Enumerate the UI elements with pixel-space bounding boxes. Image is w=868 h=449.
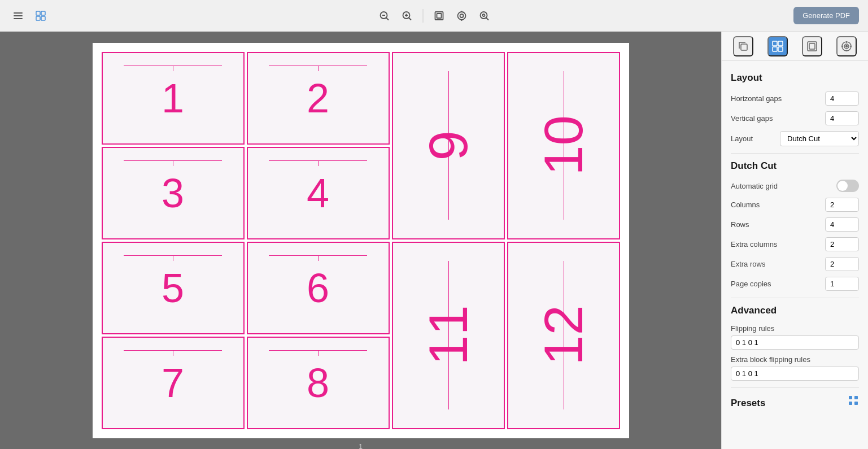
cell-number-10: 10 bbox=[536, 115, 591, 176]
flipping-rules-label: Flipping rules bbox=[731, 324, 859, 333]
svg-rect-23 bbox=[741, 44, 747, 50]
rows-label: Rows bbox=[731, 220, 749, 229]
svg-line-9 bbox=[386, 18, 389, 20]
svg-point-32 bbox=[845, 45, 847, 47]
fit-page-button[interactable] bbox=[430, 7, 448, 25]
svg-rect-2 bbox=[14, 18, 23, 19]
svg-rect-39 bbox=[849, 402, 852, 405]
cell-9: 9 bbox=[392, 52, 505, 239]
toolbar-divider bbox=[422, 9, 423, 23]
svg-rect-0 bbox=[14, 12, 23, 14]
vertical-gaps-input[interactable] bbox=[825, 111, 859, 125]
cell-6: 6 bbox=[247, 242, 390, 334]
page-number: 1 bbox=[359, 443, 363, 450]
cell-line-center-3 bbox=[173, 160, 173, 166]
cell-number-2: 2 bbox=[307, 78, 329, 119]
cell-number-6: 6 bbox=[307, 268, 329, 308]
cell-line-center-8 bbox=[318, 350, 319, 356]
cell-number-4: 4 bbox=[307, 173, 329, 213]
dutch-cut-title: Dutch Cut bbox=[731, 160, 859, 172]
zoom-out-button[interactable] bbox=[375, 7, 393, 25]
main-content: 1 2 9 10 bbox=[0, 32, 868, 449]
cell-line-center-4 bbox=[318, 160, 319, 166]
svg-line-22 bbox=[486, 18, 488, 20]
toolbar-center bbox=[375, 7, 493, 25]
svg-point-20 bbox=[480, 12, 487, 19]
cell-number-1: 1 bbox=[162, 78, 184, 119]
cell-number-9: 9 bbox=[421, 130, 476, 160]
rows-input[interactable] bbox=[825, 217, 859, 232]
vertical-gaps-label: Vertical gaps bbox=[731, 114, 773, 123]
extra-rows-label: Extra rows bbox=[731, 260, 765, 268]
automatic-grid-row: Automatic grid bbox=[731, 180, 859, 192]
extra-rows-input[interactable] bbox=[825, 257, 859, 271]
presets-section: Presets bbox=[731, 395, 859, 409]
tab-layout[interactable] bbox=[767, 36, 788, 56]
layout-section: Layout Horizontal gaps Vertical gaps Lay… bbox=[731, 72, 859, 146]
svg-rect-4 bbox=[41, 11, 45, 15]
svg-rect-26 bbox=[773, 47, 777, 51]
zoom-full-button[interactable] bbox=[475, 7, 493, 25]
columns-row: Columns bbox=[731, 198, 859, 212]
zoom-in-button[interactable] bbox=[398, 7, 416, 25]
layout-type-label: Layout bbox=[731, 134, 753, 143]
horizontal-gaps-row: Horizontal gaps bbox=[731, 91, 859, 106]
extra-block-flipping-group: Extra block flipping rules bbox=[731, 355, 859, 381]
advanced-section: Advanced Flipping rules Extra block flip… bbox=[731, 305, 859, 381]
toolbar-right: Generate PDF bbox=[793, 7, 859, 24]
vertical-gaps-row: Vertical gaps bbox=[731, 111, 859, 125]
svg-rect-24 bbox=[773, 41, 777, 46]
flipping-rules-input[interactable] bbox=[731, 335, 859, 350]
tab-target[interactable] bbox=[836, 36, 857, 56]
menu-icon[interactable] bbox=[9, 7, 27, 25]
rows-row: Rows bbox=[731, 217, 859, 232]
columns-input[interactable] bbox=[825, 198, 859, 212]
toolbar-left bbox=[9, 7, 50, 25]
page-copies-row: Page copies bbox=[731, 277, 859, 291]
tab-bleed[interactable] bbox=[802, 36, 822, 56]
presets-title: Presets bbox=[731, 398, 765, 409]
canvas-area: 1 2 9 10 bbox=[0, 32, 721, 449]
layout-type-select[interactable]: Dutch Cut Standard Alternating Custom bbox=[780, 131, 859, 146]
generate-pdf-button[interactable]: Generate PDF bbox=[793, 7, 859, 24]
svg-rect-37 bbox=[849, 396, 852, 399]
extra-block-flipping-input[interactable] bbox=[731, 367, 859, 381]
cell-line-center-1 bbox=[173, 66, 173, 71]
svg-line-13 bbox=[409, 18, 411, 20]
flipping-rules-group: Flipping rules bbox=[731, 324, 859, 350]
extra-columns-label: Extra columns bbox=[731, 240, 777, 249]
cell-8: 8 bbox=[247, 337, 390, 429]
cell-11: 11 bbox=[392, 242, 505, 429]
cell-3: 3 bbox=[102, 147, 245, 239]
columns-label: Columns bbox=[731, 200, 760, 209]
cell-2: 2 bbox=[247, 52, 390, 145]
right-panel: Layout Horizontal gaps Vertical gaps Lay… bbox=[721, 32, 868, 449]
extra-columns-row: Extra columns bbox=[731, 237, 859, 251]
horizontal-gaps-input[interactable] bbox=[825, 91, 859, 106]
svg-rect-38 bbox=[854, 396, 858, 399]
automatic-grid-label: Automatic grid bbox=[731, 182, 778, 190]
dutch-cut-section: Dutch Cut Automatic grid Columns Rows Ex… bbox=[731, 160, 859, 291]
page-copies-input[interactable] bbox=[825, 277, 859, 291]
tab-copy[interactable] bbox=[733, 36, 753, 56]
layout-title: Layout bbox=[731, 72, 859, 84]
svg-point-21 bbox=[482, 14, 485, 16]
extra-columns-input[interactable] bbox=[825, 237, 859, 251]
presets-grid-icon[interactable] bbox=[848, 395, 859, 409]
grid-icon[interactable] bbox=[32, 7, 50, 25]
cell-line-center-2 bbox=[318, 66, 319, 71]
cell-line-center-5 bbox=[173, 255, 173, 261]
svg-point-16 bbox=[457, 12, 465, 20]
page-container: 1 2 9 10 bbox=[93, 43, 629, 438]
separator-2 bbox=[731, 298, 859, 298]
svg-rect-5 bbox=[36, 16, 40, 20]
automatic-grid-toggle[interactable] bbox=[836, 180, 859, 192]
cell-number-3: 3 bbox=[162, 173, 184, 213]
svg-rect-6 bbox=[41, 16, 45, 20]
separator-3 bbox=[731, 387, 859, 388]
cell-7: 7 bbox=[102, 337, 245, 429]
cell-1: 1 bbox=[102, 52, 245, 145]
cell-10: 10 bbox=[507, 52, 620, 239]
zoom-reset-button[interactable] bbox=[452, 7, 470, 25]
cell-number-12: 12 bbox=[536, 305, 591, 365]
